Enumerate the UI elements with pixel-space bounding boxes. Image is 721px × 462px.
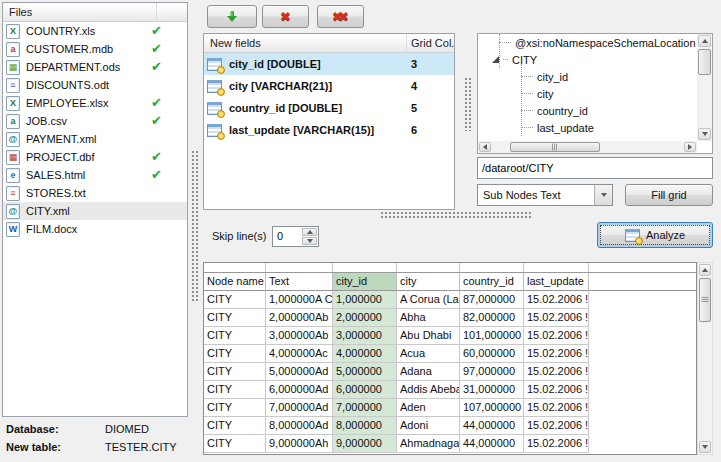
- gear-icon: [217, 66, 225, 74]
- file-name: STORES.txt: [26, 187, 86, 199]
- file-item[interactable]: @CITY.xml: [3, 202, 187, 220]
- file-item[interactable]: eSALES.html✔: [3, 166, 187, 184]
- field-grid-col-value: 4: [411, 80, 417, 92]
- file-item[interactable]: ≡DISCOUNTS.odt: [3, 76, 187, 94]
- tree-connector: [499, 42, 511, 43]
- file-item[interactable]: aCUSTOMER.mdb✔: [3, 40, 187, 58]
- table-row[interactable]: CITY4,000000Ac4,000000Acua60,00000015.02…: [204, 345, 696, 363]
- grid-vertical-scrollbar[interactable]: [697, 262, 713, 455]
- field-item[interactable]: last_update [VARCHAR(15)]6: [204, 119, 454, 141]
- delete-all-fields-button[interactable]: ✖✖: [317, 5, 364, 28]
- tree-splitter-grip[interactable]: [464, 77, 472, 131]
- tree-attribute-row[interactable]: @xsi:noNamespaceSchemaLocation: [478, 34, 697, 51]
- grid-cell: A Corua (La: [397, 291, 460, 309]
- spin-down-button[interactable]: [302, 237, 317, 245]
- delete-field-button[interactable]: ✖: [262, 5, 309, 28]
- grid-column-header[interactable]: Text: [266, 273, 333, 290]
- grid-column-header[interactable]: last_update: [524, 273, 589, 290]
- analyze-button[interactable]: Analyze: [597, 222, 713, 248]
- grid-cell: 5,000000Ad: [266, 363, 333, 381]
- grid-column-header[interactable]: city_id: [333, 273, 397, 290]
- file-item[interactable]: ▦DEPARTMENT.ods✔: [3, 58, 187, 76]
- tree-connector: [521, 110, 533, 111]
- tree-hscroll-thumb[interactable]: [510, 142, 600, 152]
- grid-cell: CITY: [204, 417, 266, 435]
- grid-cell: Abha: [397, 309, 460, 327]
- dbf-file-icon: ▦: [6, 150, 20, 165]
- move-field-down-button[interactable]: [207, 5, 257, 28]
- file-item[interactable]: ▦PROJECT.dbf✔: [3, 148, 187, 166]
- tree-vertical-scrollbar[interactable]: [697, 34, 712, 141]
- grid-cell: 9,000000Ah: [266, 435, 333, 453]
- tree-child-row[interactable]: city: [478, 85, 697, 102]
- checkmark-icon: ✔: [151, 95, 162, 110]
- grid-column-header[interactable]: Node name: [204, 273, 266, 290]
- table-row[interactable]: CITY2,000000Ab2,000000Abha82,00000015.02…: [204, 309, 696, 327]
- field-label: city_id [DOUBLE]: [229, 58, 321, 70]
- grid-cell: Addis Abeba: [397, 381, 460, 399]
- scroll-down-button[interactable]: [699, 441, 711, 453]
- field-item[interactable]: city [VARCHAR(21)]4: [204, 75, 454, 97]
- scroll-up-button[interactable]: [698, 35, 711, 47]
- horizontal-splitter-grip[interactable]: [380, 211, 533, 218]
- expanded-node-icon[interactable]: [492, 56, 499, 63]
- skip-lines-stepper[interactable]: 0: [272, 226, 319, 247]
- grid-cell: 15.02.2006 !: [524, 291, 589, 309]
- grid-cell: CITY: [204, 381, 266, 399]
- tree-child-row[interactable]: country_id: [478, 102, 697, 119]
- fill-grid-button[interactable]: Fill grid: [625, 184, 713, 206]
- table-row[interactable]: CITY6,000000Ad6,000000Addis Abeba31,0000…: [204, 381, 696, 399]
- table-row[interactable]: CITY8,000000Ad8,000000Adoni44,00000015.0…: [204, 417, 696, 435]
- table-row[interactable]: CITY9,000000Ah9,000000Ahmadnagar44,00000…: [204, 435, 696, 453]
- tree-node-city-row[interactable]: CITY: [478, 51, 697, 68]
- file-item[interactable]: @PAYMENT.xml: [3, 130, 187, 148]
- subnodes-mode-select[interactable]: Sub Nodes Text: [477, 184, 613, 206]
- scroll-right-button[interactable]: [684, 142, 696, 152]
- grid-cell: 44,000000: [460, 417, 524, 435]
- tree-horizontal-scrollbar[interactable]: [478, 141, 697, 153]
- files-status-column-header: [156, 3, 187, 21]
- table-row[interactable]: CITY5,000000Ad5,000000Adana97,00000015.0…: [204, 363, 696, 381]
- file-item[interactable]: WFILM.docx: [3, 220, 187, 238]
- table-row[interactable]: CITY3,000000Ab3,000000Abu Dhabi101,00000…: [204, 327, 696, 345]
- file-name: CITY.xml: [26, 205, 70, 217]
- grid-column-header[interactable]: country_id: [460, 273, 524, 290]
- file-item[interactable]: XEMPLOYEE.xlsx✔: [3, 94, 187, 112]
- grid-cell: 15.02.2006 !: [524, 381, 589, 399]
- grid-column-header[interactable]: city: [397, 273, 460, 290]
- table-row[interactable]: CITY7,000000Ad7,000000Aden107,00000015.0…: [204, 399, 696, 417]
- tree-child-row[interactable]: city_id: [478, 68, 697, 85]
- grid-cell: 1,000000A C: [266, 291, 333, 309]
- file-item[interactable]: ≡STORES.txt: [3, 184, 187, 202]
- combo-dropdown-button[interactable]: [594, 185, 612, 205]
- vertical-splitter-grip[interactable]: [191, 150, 199, 302]
- xpath-input[interactable]: [477, 157, 713, 179]
- grid-cell: 8,000000Ad: [266, 417, 333, 435]
- field-item[interactable]: country_id [DOUBLE]5: [204, 97, 454, 119]
- grid-cell: Adana: [397, 363, 460, 381]
- scroll-left-button[interactable]: [479, 142, 491, 152]
- scroll-up-button[interactable]: [699, 264, 711, 276]
- calc-file-icon: ▦: [6, 60, 20, 75]
- grid-vscroll-thumb[interactable]: [699, 278, 711, 322]
- grid-col-header-label: Grid Col...: [406, 34, 455, 52]
- grid-cell: 7,000000: [333, 399, 397, 417]
- file-item[interactable]: XCOUNTRY.xls✔: [3, 22, 187, 40]
- grid-cell: 101,000000: [460, 327, 524, 345]
- tree-connector: [521, 93, 533, 94]
- fill-grid-label: Fill grid: [651, 189, 686, 201]
- scroll-down-button[interactable]: [698, 128, 711, 140]
- table-row[interactable]: CITY1,000000A C1,000000A Corua (La87,000…: [204, 291, 696, 309]
- field-grid-gear-icon: [207, 102, 222, 115]
- grid-cell: Aden: [397, 399, 460, 417]
- field-item[interactable]: city_id [DOUBLE]3: [204, 53, 454, 75]
- grid-cell: Acua: [397, 345, 460, 363]
- files-header-label: Files: [9, 6, 32, 18]
- tree-vscroll-thumb[interactable]: [698, 49, 711, 75]
- spin-up-button[interactable]: [302, 228, 317, 236]
- subnodes-selected-value: Sub Nodes Text: [478, 189, 594, 201]
- tree-child-row[interactable]: last_update: [478, 119, 697, 136]
- new-table-label: New table:: [6, 441, 105, 453]
- file-item[interactable]: aJOB.csv✔: [3, 112, 187, 130]
- database-value: DIOMED: [105, 423, 149, 435]
